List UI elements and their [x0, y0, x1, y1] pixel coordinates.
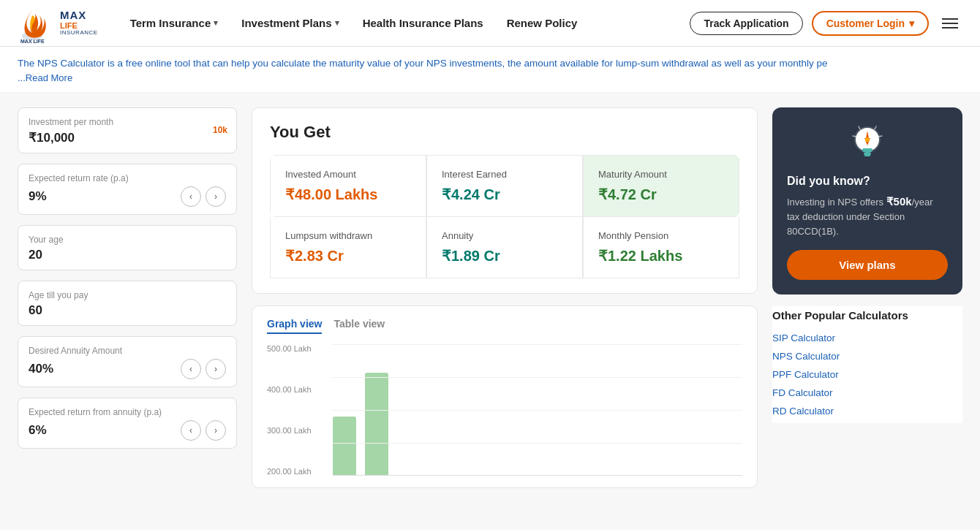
field-value: 60 [29, 303, 226, 318]
nps-calculator-link[interactable]: NPS Calculator [772, 347, 962, 365]
right-panel: Did you know? Investing in NPS offers ₹5… [772, 107, 962, 515]
svg-line-8 [875, 126, 876, 129]
chart-bar [365, 373, 388, 475]
chart-area: 500.00 Lakh 400.00 Lakh 300.00 Lakh 200.… [267, 344, 742, 476]
view-plans-button[interactable]: View plans [787, 250, 948, 280]
result-value: ₹4.24 Cr [442, 186, 568, 203]
svg-rect-4 [864, 153, 871, 155]
did-you-know-title: Did you know? [787, 175, 948, 188]
field-value: 20 [29, 248, 226, 262]
increment-button[interactable]: › [206, 359, 226, 379]
result-label: Maturity Amount [598, 169, 724, 180]
svg-point-6 [865, 137, 870, 142]
logo-area[interactable]: MAX LIFE MAX LIFE INSURANCE [18, 4, 98, 43]
svg-line-10 [878, 136, 882, 137]
decrement-button[interactable]: ‹ [181, 420, 201, 441]
nav-investment-plans[interactable]: Investment Plans ▾ [233, 11, 347, 35]
field-value: ₹10,000 [29, 130, 75, 145]
expected-return-rate-field[interactable]: Expected return rate (p.a) 9% ‹ › [18, 164, 237, 215]
ppf-calculator-link[interactable]: PPF Calculator [772, 365, 962, 384]
decrement-button[interactable]: ‹ [181, 359, 201, 379]
result-value: ₹4.72 Cr [598, 186, 724, 203]
field-label: Your age [29, 235, 226, 245]
annuity-cell: Annuity ₹1.89 Cr [426, 217, 583, 278]
you-get-section: You Get Invested Amount ₹48.00 Lakhs Int… [252, 107, 758, 294]
logo-insurance: INSURANCE [60, 30, 98, 37]
decrement-button[interactable]: ‹ [181, 186, 201, 207]
your-age-field[interactable]: Your age 20 [18, 225, 237, 270]
result-label: Lumpsum withdrawn [285, 230, 411, 241]
did-you-know-card: Did you know? Investing in NPS offers ₹5… [772, 107, 962, 295]
field-label: Expected return rate (p.a) [29, 173, 226, 183]
read-more-link[interactable]: ...Read More [18, 72, 72, 83]
field-label: Desired Annuity Amount [29, 346, 226, 356]
lumpsum-cell: Lumpsum withdrawn ₹2.83 Cr [270, 217, 426, 278]
sip-calculator-link[interactable]: SIP Calculator [772, 329, 962, 347]
y-label: 300.00 Lakh [267, 426, 312, 435]
results-grid-row2: Lumpsum withdrawn ₹2.83 Cr Annuity ₹1.89… [270, 217, 739, 278]
main-content: Investment per month ₹10,000 10k Expecte… [0, 93, 980, 530]
hamburger-menu[interactable] [938, 14, 962, 33]
expected-return-annuity-field[interactable]: Expected return from annuity (p.a) 6% ‹ … [18, 398, 237, 449]
field-label: Investment per month [29, 117, 226, 127]
chart-bar [333, 417, 356, 475]
y-label: 500.00 Lakh [267, 344, 312, 353]
result-label: Annuity [442, 230, 568, 241]
arrow-buttons: ‹ › [181, 186, 226, 207]
y-label: 400.00 Lakh [267, 385, 312, 394]
chart-tabs: Graph view Table view [267, 318, 742, 334]
nav-term-insurance[interactable]: Term Insurance ▾ [121, 11, 227, 35]
hamburger-line [942, 23, 958, 24]
arrow-buttons: ‹ › [181, 359, 226, 379]
investment-per-month-field[interactable]: Investment per month ₹10,000 10k [18, 107, 237, 153]
logo-icon: MAX LIFE [18, 4, 57, 43]
track-application-button[interactable]: Track Application [690, 12, 802, 35]
tab-table-view[interactable]: Table view [333, 318, 385, 334]
field-value: 6% [29, 423, 47, 438]
fd-calculator-link[interactable]: FD Calculator [772, 384, 962, 402]
nav-health-insurance[interactable]: Health Insurance Plans [354, 11, 492, 35]
result-value: ₹48.00 Lakhs [285, 186, 411, 203]
center-panel: You Get Invested Amount ₹48.00 Lakhs Int… [252, 107, 758, 515]
field-value: 9% [29, 189, 47, 204]
y-axis: 500.00 Lakh 400.00 Lakh 300.00 Lakh 200.… [267, 344, 317, 476]
result-label: Monthly Pension [598, 230, 724, 241]
chevron-down-icon: ▾ [909, 18, 914, 29]
header-actions: Track Application Customer Login ▾ [690, 11, 962, 36]
tab-graph-view[interactable]: Graph view [267, 318, 322, 334]
invested-amount-cell: Invested Amount ₹48.00 Lakhs [270, 155, 426, 217]
logo-max: MAX [60, 10, 98, 22]
result-value: ₹1.22 Lakhs [598, 247, 724, 265]
svg-line-7 [859, 126, 860, 129]
nav-renew-policy[interactable]: Renew Policy [498, 11, 587, 35]
result-label: Invested Amount [285, 169, 411, 180]
rd-calculator-link[interactable]: RD Calculator [772, 402, 962, 420]
bulb-icon [845, 122, 889, 166]
increment-button[interactable]: › [206, 186, 226, 207]
you-get-title: You Get [270, 123, 739, 142]
main-nav: Term Insurance ▾ Investment Plans ▾ Heal… [121, 11, 690, 35]
result-value: ₹1.89 Cr [442, 247, 568, 265]
svg-line-9 [853, 136, 856, 137]
field-value: 40% [29, 362, 53, 376]
chart-bars [333, 344, 742, 476]
customer-login-button[interactable]: Customer Login ▾ [812, 11, 929, 36]
chevron-down-icon: ▾ [214, 18, 218, 28]
results-grid-row1: Invested Amount ₹48.00 Lakhs Interest Ea… [270, 155, 739, 217]
hamburger-line [942, 18, 958, 20]
interest-earned-cell: Interest Earned ₹4.24 Cr [426, 155, 583, 217]
chart-section: Graph view Table view 500.00 Lakh 400.00… [252, 305, 758, 488]
did-you-know-text: Investing in NPS offers ₹50k/year tax de… [787, 194, 948, 239]
intro-bar: The NPS Calculator is a free online tool… [0, 47, 980, 93]
left-panel: Investment per month ₹10,000 10k Expecte… [18, 107, 237, 515]
chevron-down-icon: ▾ [335, 18, 339, 28]
popular-calculators: Other Popular Calculators SIP Calculator… [772, 306, 962, 423]
age-till-pay-field[interactable]: Age till you pay 60 [18, 281, 237, 326]
increment-button[interactable]: › [206, 420, 226, 441]
y-label: 200.00 Lakh [267, 467, 312, 476]
desired-annuity-field[interactable]: Desired Annuity Amount 40% ‹ › [18, 336, 237, 387]
field-label: Expected return from annuity (p.a) [29, 407, 226, 417]
svg-text:MAX LIFE: MAX LIFE [20, 39, 45, 43]
intro-text: The NPS Calculator is a free online tool… [18, 56, 962, 72]
hamburger-line [942, 27, 958, 28]
